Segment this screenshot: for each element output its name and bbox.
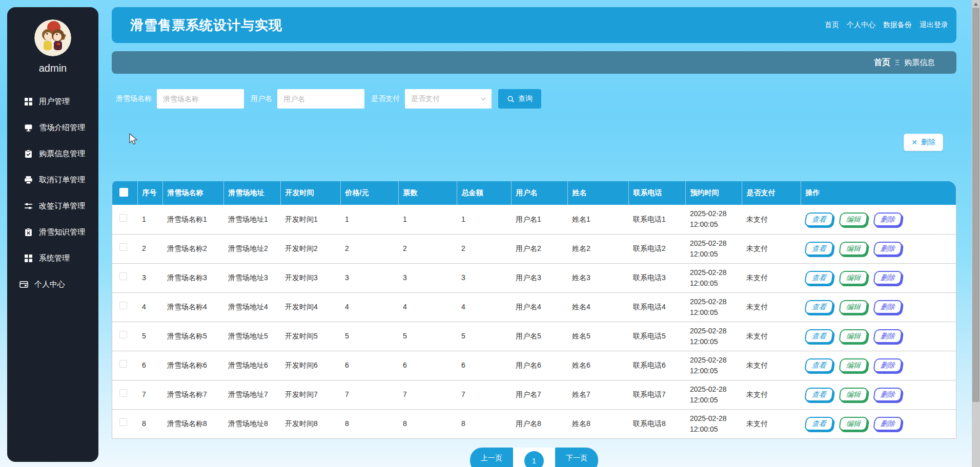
row-delete-button[interactable]: 删除 bbox=[873, 417, 903, 431]
row-edit-button[interactable]: 编辑 bbox=[839, 417, 868, 431]
sidebar-item-rebook-order-management[interactable]: 改签订单管理 bbox=[7, 193, 98, 219]
cell-name: 滑雪场名称8 bbox=[162, 409, 223, 438]
row-edit-button[interactable]: 编辑 bbox=[839, 242, 868, 256]
cell-tickets: 6 bbox=[398, 351, 457, 380]
sidebar-item-ski-knowledge-management[interactable]: 滑雪知识管理 bbox=[7, 219, 98, 245]
table-row: 4滑雪场名称4滑雪场地址4开发时间4444用户名4姓名4联系电话42025-02… bbox=[112, 292, 956, 322]
row-checkbox[interactable] bbox=[119, 272, 127, 280]
row-view-button[interactable]: 查看 bbox=[804, 242, 834, 256]
next-page-button[interactable]: 下一页 bbox=[555, 448, 598, 467]
cell-paid: 未支付 bbox=[742, 263, 801, 292]
cell-total: 1 bbox=[457, 205, 511, 234]
row-checkbox[interactable] bbox=[119, 214, 127, 222]
cell-address: 滑雪场地址2 bbox=[223, 234, 280, 263]
cell-realname: 姓名8 bbox=[567, 409, 628, 438]
cell-price: 7 bbox=[340, 380, 398, 409]
breadcrumb-current: 购票信息 bbox=[904, 58, 935, 68]
sidebar-item-personal-center[interactable]: 个人中心 bbox=[7, 271, 98, 298]
filter-label-user: 用户名 bbox=[251, 94, 272, 103]
cell-name: 滑雪场名称7 bbox=[162, 380, 223, 409]
pagination: 上一页 1 下一页 bbox=[470, 448, 598, 467]
cell-phone: 联系电话8 bbox=[628, 409, 685, 438]
filter-label-paid: 是否支付 bbox=[371, 94, 400, 103]
column-header: 联系电话 bbox=[628, 181, 685, 205]
username-input[interactable] bbox=[277, 89, 364, 109]
row-checkbox[interactable] bbox=[119, 302, 127, 309]
sidebar-item-ticket-info-management[interactable]: 购票信息管理 bbox=[7, 141, 98, 167]
cell-address: 滑雪场地址8 bbox=[223, 409, 280, 438]
row-edit-button[interactable]: 编辑 bbox=[839, 300, 868, 314]
breadcrumb-separator-icon: Ξ bbox=[895, 58, 900, 67]
column-header: 姓名 bbox=[567, 181, 628, 205]
cell-phone: 联系电话4 bbox=[628, 292, 685, 322]
row-view-button[interactable]: 查看 bbox=[804, 358, 834, 372]
table-toolbar: ✕ 删除 bbox=[904, 134, 943, 151]
nav-link-logout[interactable]: 退出登录 bbox=[920, 20, 948, 30]
sidebar-item-user-management[interactable]: 用户管理 bbox=[7, 89, 98, 115]
table-body: 1滑雪场名称1滑雪场地址1开发时间1111用户名1姓名1联系电话12025-02… bbox=[112, 205, 956, 438]
cell-reserve_time: 2025-02-28 12:00:05 bbox=[685, 380, 742, 409]
row-delete-button[interactable]: 删除 bbox=[873, 358, 903, 372]
cell-reserve_time: 2025-02-28 12:00:05 bbox=[685, 292, 742, 322]
row-view-button[interactable]: 查看 bbox=[804, 213, 834, 226]
resort-name-input[interactable] bbox=[157, 89, 244, 109]
scrollbar[interactable] bbox=[972, 0, 980, 467]
window-icon bbox=[19, 280, 28, 289]
column-header: 操作 bbox=[801, 181, 956, 205]
paid-select[interactable]: 是否支付 bbox=[405, 89, 492, 109]
row-edit-button[interactable]: 编辑 bbox=[839, 358, 868, 372]
row-edit-button[interactable]: 编辑 bbox=[839, 329, 868, 343]
row-delete-button[interactable]: 删除 bbox=[873, 388, 903, 401]
row-view-button[interactable]: 查看 bbox=[804, 329, 834, 343]
delete-button[interactable]: ✕ 删除 bbox=[904, 134, 943, 151]
sidebar-item-system-management[interactable]: 系统管理 bbox=[7, 245, 98, 271]
row-checkbox[interactable] bbox=[119, 418, 127, 426]
cell-address: 滑雪场地址7 bbox=[223, 380, 280, 409]
select-all-checkbox[interactable] bbox=[119, 188, 128, 197]
row-checkbox[interactable] bbox=[119, 331, 127, 338]
row-view-button[interactable]: 查看 bbox=[804, 300, 834, 314]
row-edit-button[interactable]: 编辑 bbox=[839, 271, 868, 285]
cell-tickets: 8 bbox=[398, 409, 457, 438]
cell-name: 滑雪场名称1 bbox=[162, 205, 223, 234]
nav-link-home[interactable]: 首页 bbox=[825, 20, 839, 30]
breadcrumb-home[interactable]: 首页 bbox=[874, 57, 890, 68]
cell-realname: 姓名6 bbox=[567, 351, 628, 380]
cell-paid: 未支付 bbox=[742, 409, 801, 438]
nav-link-data-backup[interactable]: 数据备份 bbox=[883, 20, 912, 30]
row-edit-button[interactable]: 编辑 bbox=[839, 213, 868, 226]
top-nav: 首页个人中心数据备份退出登录 bbox=[825, 20, 948, 30]
cell-dev_time: 开发时间5 bbox=[280, 322, 340, 351]
cell-tickets: 2 bbox=[398, 234, 457, 263]
table-row: 1滑雪场名称1滑雪场地址1开发时间1111用户名1姓名1联系电话12025-02… bbox=[112, 205, 956, 234]
row-delete-button[interactable]: 删除 bbox=[873, 300, 903, 314]
sidebar-item-label: 取消订单管理 bbox=[39, 175, 85, 185]
cell-paid: 未支付 bbox=[742, 322, 801, 351]
delete-button-label: 删除 bbox=[921, 138, 935, 147]
sidebar-item-cancel-order-management[interactable]: 取消订单管理 bbox=[7, 167, 98, 193]
row-edit-button[interactable]: 编辑 bbox=[839, 388, 868, 401]
row-delete-button[interactable]: 删除 bbox=[873, 242, 903, 256]
row-view-button[interactable]: 查看 bbox=[804, 271, 834, 285]
current-page[interactable]: 1 bbox=[524, 451, 544, 467]
row-checkbox[interactable] bbox=[119, 360, 127, 368]
cell-dev_time: 开发时间6 bbox=[280, 351, 340, 380]
search-button[interactable]: 查询 bbox=[498, 89, 541, 109]
sidebar-item-label: 用户管理 bbox=[39, 97, 70, 107]
page-indicator: 1 bbox=[513, 448, 555, 467]
cell-index: 2 bbox=[137, 234, 162, 263]
row-view-button[interactable]: 查看 bbox=[804, 417, 834, 431]
column-header: 用户名 bbox=[511, 181, 567, 205]
row-delete-button[interactable]: 删除 bbox=[873, 329, 903, 343]
nav-link-personal-center[interactable]: 个人中心 bbox=[847, 20, 875, 30]
sidebar-item-resort-intro-management[interactable]: 雪场介绍管理 bbox=[7, 115, 98, 141]
scroll-up-icon[interactable] bbox=[974, 3, 978, 6]
row-checkbox[interactable] bbox=[119, 389, 127, 397]
row-view-button[interactable]: 查看 bbox=[804, 388, 834, 401]
row-checkbox[interactable] bbox=[119, 243, 127, 251]
scrollbar-thumb[interactable] bbox=[972, 8, 979, 402]
row-delete-button[interactable]: 删除 bbox=[873, 213, 903, 226]
prev-page-button[interactable]: 上一页 bbox=[470, 448, 513, 467]
row-delete-button[interactable]: 删除 bbox=[873, 271, 903, 285]
cell-phone: 联系电话5 bbox=[628, 322, 685, 351]
